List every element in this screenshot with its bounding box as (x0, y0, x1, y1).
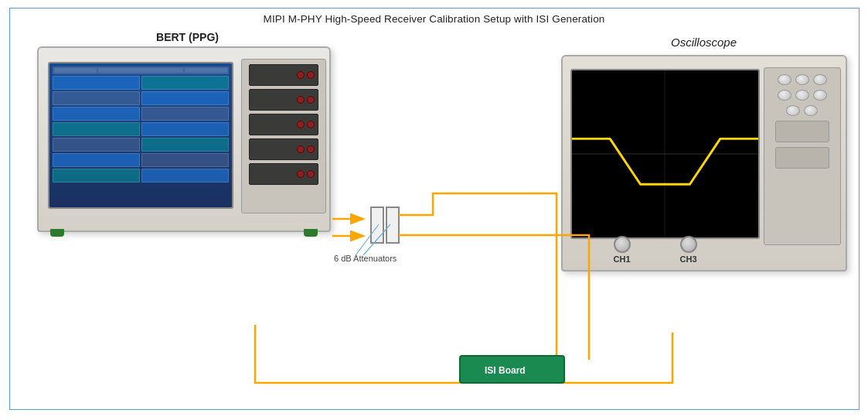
bert-screen (48, 62, 233, 209)
bert-connector-1 (297, 71, 305, 79)
osc-btn-4 (778, 90, 791, 101)
bert-connector-10 (307, 170, 315, 178)
bert-foot-right (304, 229, 318, 237)
bert-module-3 (249, 114, 318, 135)
bert-connector-9 (297, 170, 305, 178)
bert-connector-7 (297, 145, 305, 153)
ch1-label: CH1 (614, 254, 631, 264)
bert-foot-left (50, 229, 64, 237)
bert-module-panel (241, 59, 326, 213)
bert-connector-5 (297, 121, 305, 128)
osc-buttons-row-1 (778, 74, 827, 85)
oscilloscope-label: Oscilloscope (671, 36, 737, 49)
diagram-container: MIPI M-PHY High-Speed Receiver Calibrati… (9, 8, 859, 410)
osc-buttons-row-3 (786, 105, 818, 116)
bert-label-extra: (PPG) (186, 31, 219, 43)
osc-btn-5 (795, 90, 809, 101)
bert-connector-2 (307, 71, 315, 79)
oscilloscope-waveform (572, 70, 758, 237)
oscilloscope-screen (570, 69, 760, 239)
bert-label: BERT (PPG) (156, 31, 219, 43)
bert-label-bold: BERT (156, 31, 186, 43)
bert-connector-8 (307, 145, 315, 153)
osc-btn-1 (778, 74, 791, 85)
bert-connector-6 (307, 121, 315, 128)
bert-connector-3 (297, 96, 305, 104)
oscilloscope-body: CH1 CH3 (561, 55, 847, 271)
osc-rect-btn-1 (775, 121, 829, 142)
title-text: MIPI M-PHY High-Speed Receiver Calibrati… (264, 13, 605, 25)
ch3-circle (680, 236, 697, 253)
diagram-title: MIPI M-PHY High-Speed Receiver Calibrati… (10, 9, 859, 28)
osc-btn-3 (813, 74, 827, 85)
ch1-connector: CH1 (614, 236, 631, 264)
bert-instrument (37, 46, 339, 244)
osc-rect-btn-2 (775, 147, 829, 169)
bert-module-1 (249, 64, 318, 86)
ch3-connector: CH3 (680, 236, 697, 264)
bert-module-4 (249, 138, 318, 160)
bert-section: BERT (PPG) (18, 28, 358, 244)
oscilloscope-section: Oscilloscope (557, 36, 851, 271)
osc-buttons-row-2 (778, 90, 827, 101)
ch3-label: CH3 (680, 254, 697, 264)
bert-body (37, 46, 331, 232)
content-area: BERT (PPG) (10, 28, 859, 384)
osc-channel-connectors: CH1 CH3 (570, 236, 760, 264)
bert-connector-4 (307, 96, 315, 104)
oscilloscope-right-panel (764, 67, 841, 245)
osc-btn-6 (813, 90, 827, 101)
ch1-circle (614, 236, 631, 253)
bert-module-5 (249, 163, 318, 185)
osc-btn-7 (786, 105, 800, 116)
osc-btn-8 (804, 105, 818, 116)
bert-module-2 (249, 89, 318, 111)
osc-btn-2 (795, 74, 809, 85)
